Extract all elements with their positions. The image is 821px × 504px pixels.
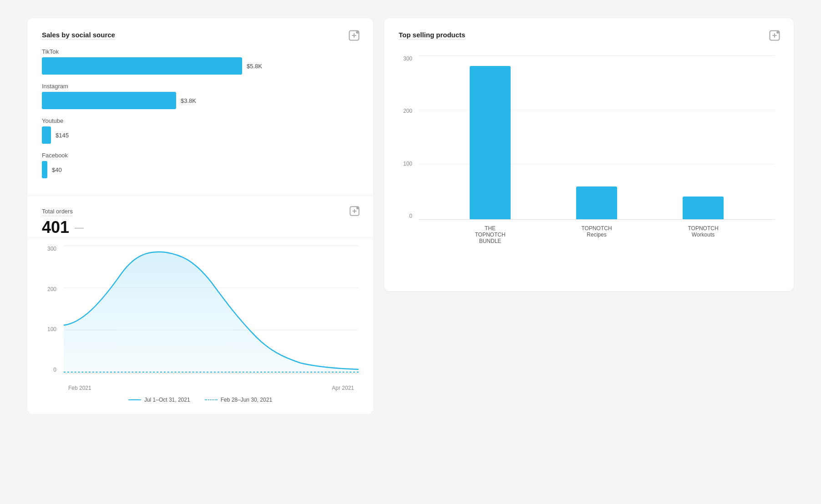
bc-bar-col-recipes	[576, 186, 617, 219]
bar-label-facebook: Facebook	[42, 152, 359, 159]
y-label-200: 200	[47, 286, 56, 292]
bc-grid-0	[419, 219, 775, 220]
bc-bar-bundle	[470, 66, 511, 219]
bc-bar-col-bundle	[470, 66, 511, 219]
top-products-title: Top selling products	[399, 31, 465, 40]
sales-social-card: Sales by social source TikTok $5.8K Inst…	[27, 18, 373, 196]
y-label-0: 0	[53, 367, 56, 373]
grid-line-0	[64, 373, 359, 373]
bar-row-tiktok: TikTok $5.8K	[42, 48, 359, 75]
bar-value-instagram: $3.8K	[181, 97, 196, 104]
bar-instagram	[42, 92, 176, 109]
bc-bar-recipes	[576, 186, 617, 219]
bc-x-label-bundle: THE TOPNOTCH BUNDLE	[470, 225, 511, 244]
bc-y-100: 100	[403, 161, 412, 167]
svg-point-5	[776, 31, 779, 34]
sales-social-title: Sales by social source	[42, 31, 115, 40]
bar-value-youtube: $145	[56, 132, 69, 139]
export-icon-social[interactable]	[348, 29, 360, 42]
export-icon-products[interactable]	[768, 29, 781, 42]
legend-solid-icon	[128, 399, 141, 400]
x-label-feb: Feb 2021	[68, 385, 91, 391]
bc-y-axis: 300 200 100 0	[399, 55, 415, 219]
bar-row-youtube: Youtube $145	[42, 117, 359, 144]
y-label-100: 100	[47, 326, 56, 333]
chart-legend: Jul 1–Oct 31, 2021 Feb 28–Jun 30, 2021	[42, 397, 359, 403]
left-panel: Sales by social source TikTok $5.8K Inst…	[27, 18, 373, 414]
legend-item-dotted: Feb 28–Jun 30, 2021	[205, 397, 272, 403]
line-chart-area: 300 200 100 0	[42, 246, 359, 391]
bar-label-instagram: Instagram	[42, 83, 359, 90]
svg-point-1	[356, 31, 359, 34]
bc-y-0: 0	[409, 213, 412, 219]
bc-x-label-recipes: TOPNOTCH Recipes	[576, 225, 617, 238]
bc-bar-workouts	[683, 197, 724, 219]
total-orders-card: Total orders 401 —	[27, 196, 373, 237]
x-axis: Feb 2021 Apr 2021	[64, 385, 359, 391]
bar-value-facebook: $40	[52, 166, 62, 173]
legend-dotted-icon	[205, 399, 218, 400]
bar-youtube	[42, 126, 51, 144]
bc-y-300: 300	[403, 55, 412, 62]
line-chart-card: 300 200 100 0	[27, 237, 373, 414]
bc-bars	[419, 55, 775, 219]
legend-label-dotted: Feb 28–Jun 30, 2021	[221, 397, 272, 403]
x-label-apr: Apr 2021	[332, 385, 354, 391]
export-icon-orders[interactable]	[349, 205, 360, 217]
bar-label-youtube: Youtube	[42, 117, 359, 124]
legend-label-solid: Jul 1–Oct 31, 2021	[144, 397, 190, 403]
bar-label-tiktok: TikTok	[42, 48, 359, 55]
bar-chart-area: 300 200 100 0	[399, 55, 779, 247]
bar-facebook	[42, 161, 47, 178]
total-orders-number: 401	[42, 218, 69, 237]
y-label-300: 300	[47, 246, 56, 252]
bc-x-label-workouts: TOPNOTCH Workouts	[683, 225, 724, 238]
bar-row-facebook: Facebook $40	[42, 152, 359, 178]
svg-point-3	[356, 207, 359, 209]
area-fill	[64, 252, 359, 373]
top-products-card: Top selling products 300 200 100 0	[384, 18, 794, 291]
chart-body	[64, 246, 359, 373]
total-orders-dash: —	[75, 222, 84, 233]
bar-tiktok	[42, 57, 242, 75]
total-orders-title: Total orders	[42, 208, 73, 216]
line-chart-svg	[64, 246, 359, 373]
right-panel: Top selling products 300 200 100 0	[384, 18, 794, 414]
legend-item-solid: Jul 1–Oct 31, 2021	[128, 397, 190, 403]
bc-x-axis: THE TOPNOTCH BUNDLE TOPNOTCH Recipes TOP…	[419, 222, 775, 247]
y-axis: 300 200 100 0	[42, 246, 60, 373]
bar-row-instagram: Instagram $3.8K	[42, 83, 359, 109]
bar-value-tiktok: $5.8K	[247, 63, 262, 70]
bc-bar-col-workouts	[683, 197, 724, 219]
bc-body	[419, 55, 775, 219]
bc-y-200: 200	[403, 108, 412, 114]
